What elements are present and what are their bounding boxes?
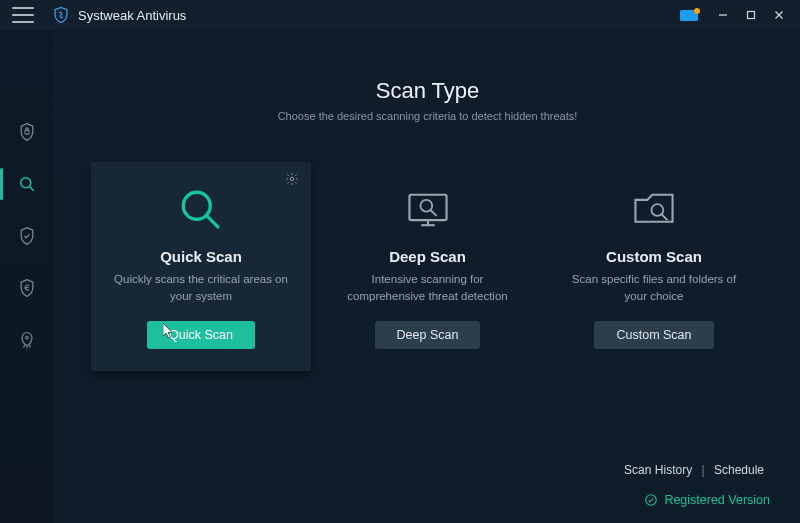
window-minimize-button[interactable] — [710, 4, 736, 26]
svg-line-13 — [207, 216, 218, 227]
footer-links: Scan History | Schedule — [624, 463, 764, 477]
scan-history-link[interactable]: Scan History — [624, 463, 692, 477]
svg-rect-14 — [409, 195, 446, 220]
window-close-button[interactable] — [766, 4, 792, 26]
quick-scan-icon — [105, 180, 297, 240]
svg-rect-6 — [25, 130, 29, 134]
nav-protection[interactable] — [0, 110, 55, 154]
svg-point-7 — [21, 178, 31, 188]
svg-line-20 — [662, 214, 668, 220]
custom-scan-icon — [558, 180, 750, 240]
lock-shield-icon — [17, 122, 37, 142]
svg-point-19 — [651, 204, 663, 216]
card-quick-scan[interactable]: Quick Scan Quickly scans the critical ar… — [91, 162, 311, 371]
nav-scan[interactable] — [0, 162, 55, 206]
shield-check-icon — [17, 226, 37, 246]
card-custom-scan[interactable]: Custom Scan Scan specific files and fold… — [544, 162, 764, 371]
quick-scan-desc: Quickly scans the critical areas on your… — [105, 271, 297, 305]
registered-version-label: Registered Version — [644, 493, 770, 507]
page-subtitle: Choose the desired scanning criteria to … — [91, 110, 764, 122]
custom-scan-title: Custom Scan — [558, 248, 750, 265]
deep-scan-icon — [332, 180, 524, 240]
rocket-icon — [17, 330, 37, 350]
custom-scan-desc: Scan specific files and folders of your … — [558, 271, 750, 305]
window-controls — [680, 4, 792, 26]
nav-shield[interactable] — [0, 214, 55, 258]
deep-scan-desc: Intensive scanning for comprehensive thr… — [332, 271, 524, 305]
registered-text: Registered Version — [664, 493, 770, 507]
svg-line-8 — [30, 187, 34, 191]
svg-rect-3 — [748, 12, 755, 19]
app-brand: Systweak Antivirus — [52, 6, 186, 24]
svg-line-18 — [430, 210, 436, 216]
card-deep-scan[interactable]: Deep Scan Intensive scanning for compreh… — [318, 162, 538, 371]
title-bar: Systweak Antivirus — [0, 0, 800, 30]
deep-scan-button[interactable]: Deep Scan — [375, 321, 481, 349]
sidebar — [0, 30, 55, 523]
svg-point-10 — [26, 336, 29, 339]
nav-boost[interactable] — [0, 318, 55, 362]
app-title: Systweak Antivirus — [78, 8, 186, 23]
quick-scan-title: Quick Scan — [105, 248, 297, 265]
svg-point-17 — [420, 200, 432, 212]
e-shield-icon — [17, 278, 37, 298]
footer-separator: | — [695, 463, 710, 477]
menu-hamburger-icon[interactable] — [12, 7, 34, 23]
upgrade-card-icon[interactable] — [680, 8, 702, 22]
mouse-cursor-icon — [163, 323, 175, 339]
main-content: Scan Type Choose the desired scanning cr… — [55, 30, 800, 523]
schedule-link[interactable]: Schedule — [714, 463, 764, 477]
scan-cards-row: Quick Scan Quickly scans the critical ar… — [91, 162, 764, 371]
search-icon — [17, 174, 37, 194]
page-title: Scan Type — [91, 78, 764, 104]
quick-scan-settings-gear-icon[interactable] — [285, 172, 299, 190]
check-circle-icon — [644, 493, 658, 507]
svg-point-1 — [694, 8, 700, 14]
custom-scan-button[interactable]: Custom Scan — [594, 321, 713, 349]
brand-shield-icon — [52, 6, 70, 24]
nav-web[interactable] — [0, 266, 55, 310]
svg-point-11 — [290, 177, 294, 181]
deep-scan-title: Deep Scan — [332, 248, 524, 265]
window-maximize-button[interactable] — [738, 4, 764, 26]
